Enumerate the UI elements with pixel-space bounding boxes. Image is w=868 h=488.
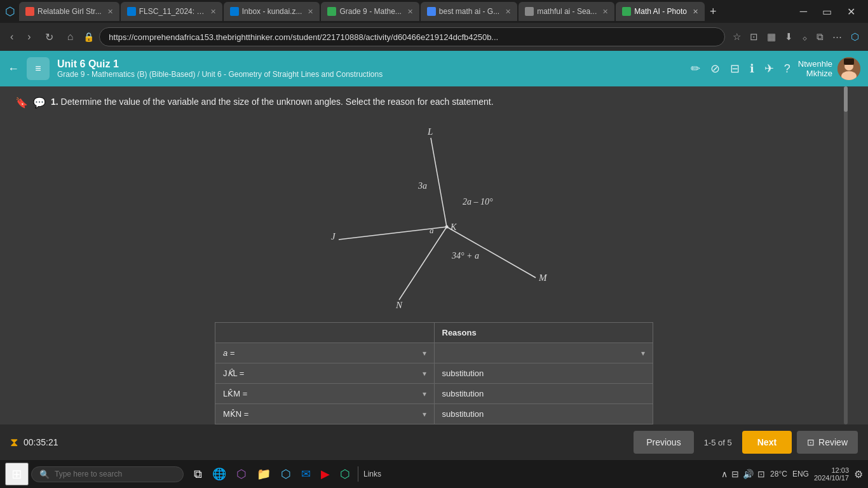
svg-point-18 (445, 226, 449, 229)
table-header-reasons: Reasons (434, 323, 653, 343)
tab-close-flsc[interactable]: ✕ (210, 8, 216, 16)
volume-icon[interactable]: 🔊 (743, 469, 754, 479)
tab-close-mathful[interactable]: ✕ (602, 8, 608, 16)
block-tool-button[interactable]: ⊘ (708, 59, 722, 78)
outlook-icon[interactable]: ✉ (299, 464, 313, 484)
send-button[interactable]: ✈ (762, 59, 776, 78)
widgets-icon[interactable]: 🌐 (210, 464, 229, 484)
clock: 12:03 2024/10/17 (814, 466, 849, 482)
tab-close-bestmath[interactable]: ✕ (505, 8, 511, 16)
reason-value-jkl: substitution (442, 369, 484, 378)
answer-table: Reasons a = ▾ ▾ (215, 322, 653, 424)
tab-mathai[interactable]: Math AI - Photo ✕ (616, 2, 705, 21)
netflix-icon[interactable]: ▶ (318, 464, 332, 484)
file-manager-icon[interactable]: 📁 (254, 464, 273, 484)
address-input[interactable] (99, 27, 725, 46)
window-controls: ─ ▭ ✕ (792, 4, 863, 19)
table-cell-jkl: JK̂L = ▾ (215, 363, 435, 384)
tab-inbox[interactable]: Inbox - kundai.z... ✕ (224, 2, 320, 21)
reason-value-lkm: substitution (442, 389, 484, 398)
reload-button[interactable]: ↻ (40, 29, 58, 46)
maximize-button[interactable]: ▭ (815, 4, 839, 19)
tab-close-mathai[interactable]: ✕ (693, 8, 698, 16)
reading-icon[interactable]: ⊡ (746, 29, 762, 45)
user-avatar[interactable] (837, 57, 860, 80)
tab-close-grade9[interactable]: ✕ (407, 8, 413, 16)
start-button[interactable]: ⊞ (5, 463, 29, 485)
review-label: Review (818, 437, 848, 447)
tray-up-arrow[interactable]: ∧ (721, 469, 728, 479)
back-button[interactable]: ← (8, 62, 19, 76)
collections-icon[interactable]: ▦ (763, 29, 780, 45)
dropdown-arrow-a[interactable]: ▾ (423, 349, 426, 358)
battery-icon[interactable]: ⊡ (757, 469, 765, 479)
quiz-subtitle: Grade 9 - Mathematics (B) (Bible-Based) … (57, 70, 383, 79)
table-cell-reason-mkn: substitution (434, 404, 653, 424)
table-cell-reason-lkm: substitution (434, 384, 653, 404)
browser-ext-icon[interactable]: ⬦ (798, 29, 811, 45)
tab-label-mathful: mathful ai - Sea... (537, 7, 597, 16)
table-row: JK̂L = ▾ substitution (215, 363, 653, 384)
cast-icon[interactable]: ⧉ (813, 29, 827, 45)
date-display: 2024/10/17 (814, 474, 849, 482)
settings-button[interactable]: ⚙ (854, 468, 863, 480)
minimize-button[interactable]: ─ (792, 4, 815, 19)
next-button[interactable]: Next (742, 431, 792, 454)
table-row: a = ▾ ▾ (215, 343, 653, 363)
cell-label-a: a = (223, 348, 234, 358)
tab-grade9[interactable]: Grade 9 - Mathe... ✕ (321, 2, 419, 21)
tab-close-inbox[interactable]: ✕ (308, 8, 313, 16)
search-bar[interactable]: 🔍 (31, 466, 184, 482)
close-button[interactable]: ✕ (839, 4, 863, 19)
tab-close-relatable[interactable]: ✕ (107, 8, 113, 16)
browser-chrome: ⬡ Relatable Girl Str... ✕ FLSC_11_2024: … (0, 0, 868, 51)
time-display: 12:03 (814, 466, 849, 474)
previous-button[interactable]: Previous (634, 431, 693, 454)
download-icon[interactable]: ⬇ (781, 29, 797, 45)
question-number: 1. (51, 97, 58, 107)
taskview-icon[interactable]: ⧉ (191, 465, 205, 484)
tab-label-mathai: Math AI - Photo (634, 7, 687, 16)
dropdown-arrow-jkl[interactable]: ▾ (423, 369, 426, 378)
more-options-icon[interactable]: ⋯ (829, 29, 846, 45)
info-button[interactable]: ℹ (747, 59, 757, 78)
tab-bestmath[interactable]: best math ai - G... ✕ (421, 2, 517, 21)
review-button[interactable]: ⊡ Review (797, 431, 858, 454)
table-cell-mkn: MK̂N = ▾ (215, 404, 435, 424)
search-input[interactable] (55, 470, 169, 478)
bookmark-icon[interactable]: 🔖 (15, 97, 28, 109)
dropdown-arrow-reason-a[interactable]: ▾ (641, 349, 645, 358)
svg-text:3a: 3a (417, 181, 427, 191)
tab-relatable[interactable]: Relatable Girl Str... ✕ (19, 2, 119, 21)
scrollbar-thumb[interactable] (844, 86, 848, 112)
tab-label-flsc: FLSC_11_2024: L... (139, 7, 205, 16)
table-row: LK̂M = ▾ substitution (215, 384, 653, 404)
edge-icon-2[interactable]: ⬡ (337, 464, 353, 484)
scrollbar-track[interactable] (844, 86, 848, 424)
comment-icon[interactable]: 💬 (33, 97, 46, 109)
network-icon[interactable]: ⊟ (731, 469, 739, 479)
search-icon: 🔍 (39, 470, 50, 479)
help-button[interactable]: ? (782, 60, 793, 78)
dropdown-arrow-lkm[interactable]: ▾ (423, 390, 426, 398)
home-button[interactable]: ⌂ (62, 29, 79, 45)
language-display: ENG (792, 470, 809, 478)
forward-nav-button[interactable]: › (22, 29, 36, 45)
table-cell-lkm: LK̂M = ▾ (215, 384, 435, 404)
back-nav-button[interactable]: ‹ (5, 29, 18, 45)
edge-browser-icon[interactable]: ⬡ (278, 464, 294, 484)
svg-text:a: a (430, 226, 434, 235)
header-title-block: Unit 6 Quiz 1 Grade 9 - Mathematics (B) … (57, 58, 383, 79)
dropdown-arrow-mkn[interactable]: ▾ (423, 410, 426, 419)
calculator-button[interactable]: ⊟ (728, 59, 742, 78)
bookmark-star-icon[interactable]: ☆ (729, 29, 745, 45)
table-cell-a: a = ▾ (215, 343, 435, 363)
bottom-bar: ⧗ 00:35:21 Previous 1-5 of 5 Next ⊡ Revi… (0, 424, 868, 460)
pen-tool-button[interactable]: ✏ (688, 59, 703, 78)
avatar-image (837, 57, 860, 80)
edge-copilot-icon[interactable]: ⬡ (847, 29, 863, 45)
tab-flsc[interactable]: FLSC_11_2024: L... ✕ (121, 2, 222, 21)
tab-mathful[interactable]: mathful ai - Sea... ✕ (519, 2, 614, 21)
copilot-icon[interactable]: ⬡ (234, 464, 249, 484)
add-tab-button[interactable]: + (706, 5, 721, 18)
